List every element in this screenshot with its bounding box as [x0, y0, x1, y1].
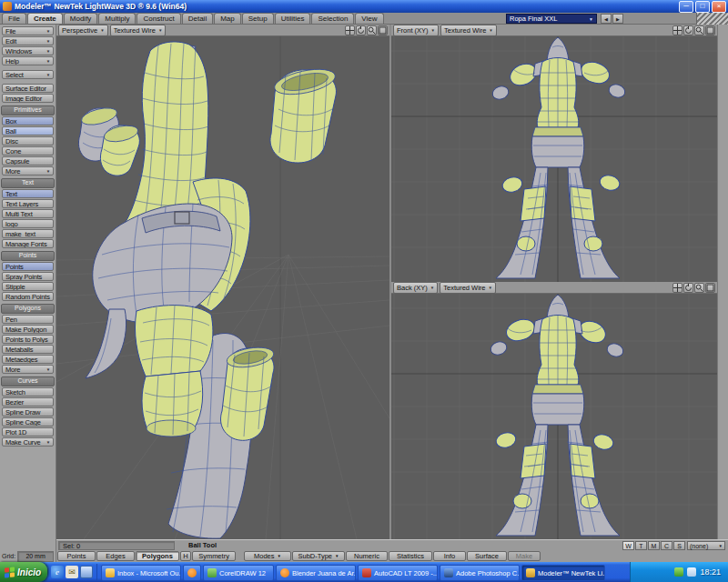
view-type-dropdown[interactable]: Back (XY)▼ [393, 282, 438, 294]
sidebar-item-make-curve[interactable]: Make Curve▼ [2, 437, 54, 447]
sidebar-item-stipple[interactable]: Stipple [2, 282, 54, 291]
sidebar-item-spline-cage[interactable]: Spline Cage [2, 417, 54, 426]
vmap-weight-button[interactable]: W [622, 541, 634, 550]
volume-icon[interactable] [687, 567, 696, 577]
vmap-texture-button[interactable]: T [635, 541, 647, 550]
sidebar-item-capsule[interactable]: Capsule [2, 156, 54, 166]
task-blender[interactable] [183, 565, 201, 581]
mode-points-button[interactable]: Points [57, 551, 96, 561]
sidebar-item-make-text[interactable]: make_text [2, 229, 54, 238]
content-preset-selector[interactable]: Ropa Final XXL ▼ [506, 14, 597, 24]
back-viewport-canvas[interactable] [391, 294, 717, 539]
rotate-icon[interactable] [683, 283, 693, 293]
sidebar-menu-help[interactable]: Help▼ [2, 56, 54, 65]
view-type-dropdown[interactable]: Perspective▼ [58, 25, 108, 36]
sidebar-item-metaballs[interactable]: Metaballs [2, 345, 54, 354]
tab-setup[interactable]: Setup [242, 13, 274, 24]
tab-file[interactable]: File [2, 13, 26, 24]
task-photoshop[interactable]: Adobe Photoshop C... [440, 565, 520, 581]
sidebar-item-bezier[interactable]: Bezier [2, 397, 54, 406]
next-preset-button[interactable]: ▶ [612, 14, 623, 24]
zoom-icon[interactable] [367, 25, 377, 35]
sidebar-menu-edit[interactable]: Edit▼ [2, 36, 54, 45]
task-autocad[interactable]: AutoCAD LT 2009 -... [358, 565, 438, 581]
minimize-button[interactable]: ─ [679, 1, 693, 13]
sidebar-item-text-layers[interactable]: Text Layers [2, 199, 54, 208]
surface-editor-button[interactable]: Surface Editor [2, 84, 54, 93]
vmap-morph-button[interactable]: M [648, 541, 660, 550]
shading-mode-dropdown[interactable]: Textured Wire▼ [110, 25, 167, 36]
shield-icon[interactable] [674, 567, 683, 577]
tab-utilities[interactable]: Utilities [275, 13, 311, 24]
tab-map[interactable]: Map [214, 13, 241, 24]
vmap-color-button[interactable]: C [661, 541, 672, 550]
tab-modify[interactable]: Modify [64, 13, 98, 24]
zoom-icon[interactable] [694, 25, 704, 35]
close-button[interactable]: × [712, 1, 726, 13]
shading-mode-dropdown[interactable]: Textured Wire▼ [440, 282, 496, 294]
sidebar-item-make-polygon[interactable]: Make Polygon [2, 325, 54, 334]
sidebar-item-ball[interactable]: Ball [2, 126, 54, 135]
rotate-icon[interactable] [356, 25, 366, 35]
modes-dropdown[interactable]: Modes▼ [244, 551, 291, 561]
zoom-icon[interactable] [694, 283, 704, 293]
maximize-viewport-icon[interactable] [378, 25, 388, 35]
sidebar-item-spray-points[interactable]: Spray Points [2, 272, 54, 281]
mode-edges-button[interactable]: Edges [96, 551, 135, 561]
sidebar-item-more-primitives[interactable]: More▼ [2, 166, 54, 176]
statistics-button[interactable]: Statistics [389, 551, 432, 561]
tab-construct[interactable]: Construct [136, 13, 180, 24]
maximize-button[interactable]: □ [695, 1, 710, 13]
image-editor-button[interactable]: Image Editor [2, 94, 54, 103]
view-type-dropdown[interactable]: Front (XY)▼ [393, 25, 439, 36]
sidebar-item-sketch[interactable]: Sketch [2, 387, 54, 396]
vmap-selector[interactable]: (none)▼ [687, 541, 725, 550]
pan-icon[interactable] [345, 25, 355, 35]
tab-detail[interactable]: Detail [182, 13, 213, 24]
tab-view[interactable]: View [355, 13, 383, 24]
subd-type-dropdown[interactable]: SubD-Type▼ [292, 551, 345, 561]
symmetry-button[interactable]: Symmetry [192, 551, 236, 561]
tab-selection[interactable]: Selection [311, 13, 354, 24]
pan-icon[interactable] [672, 25, 682, 35]
prev-preset-button[interactable]: ◀ [601, 14, 612, 24]
viewport-divider[interactable] [389, 25, 391, 539]
sidebar-item-points[interactable]: Points [2, 262, 54, 271]
sidebar-item-box[interactable]: Box [2, 116, 54, 125]
info-button[interactable]: Info [433, 551, 466, 561]
sidebar-item-pen[interactable]: Pen [2, 315, 54, 324]
start-button[interactable]: Inicio [0, 562, 47, 582]
sidebar-menu-select[interactable]: Select▼ [2, 70, 54, 79]
task-blender-juana[interactable]: Blender Juana de Ar... [276, 565, 356, 581]
sidebar-item-logo[interactable]: logo [2, 219, 54, 228]
task-coreldraw[interactable]: CorelDRAW 12 [203, 565, 274, 581]
sidebar-item-metaedges[interactable]: Metaedges [2, 355, 54, 364]
sidebar-item-random-points[interactable]: Random Points [2, 292, 54, 301]
shading-mode-dropdown[interactable]: Textured Wire▼ [440, 25, 497, 36]
task-modeler-active[interactable]: Modeler™ NewTek Li... [521, 565, 605, 581]
sidebar-item-cone[interactable]: Cone [2, 146, 54, 156]
task-outlook-inbox[interactable]: Inbox - Microsoft Ou... [101, 565, 181, 581]
mode-polygons-button[interactable]: Polygons [136, 551, 179, 561]
sidebar-menu-file[interactable]: File▼ [2, 26, 54, 35]
sidebar-item-points-to-polys[interactable]: Points to Polys [2, 335, 54, 344]
sidebar-item-spline-draw[interactable]: Spline Draw [2, 407, 54, 416]
vmap-selection-button[interactable]: S [673, 541, 685, 550]
pan-icon[interactable] [672, 283, 682, 293]
show-desktop-icon[interactable] [80, 566, 93, 578]
surface-button[interactable]: Surface [467, 551, 507, 561]
tab-create[interactable]: Create [27, 13, 63, 24]
front-viewport-canvas[interactable] [391, 36, 717, 282]
maximize-viewport-icon[interactable] [705, 283, 715, 293]
sidebar-item-more-polygons[interactable]: More▼ [2, 365, 54, 374]
perspective-viewport-canvas[interactable] [56, 36, 389, 539]
sidebar-item-multi-text[interactable]: Multi Text [2, 209, 54, 218]
mail-icon[interactable]: ✉ [66, 566, 78, 578]
tab-multiply[interactable]: Multiply [98, 13, 136, 24]
sidebar-item-disc[interactable]: Disc [2, 136, 54, 146]
numeric-button[interactable]: Numeric [346, 551, 388, 561]
resize-grip[interactable] [696, 13, 728, 25]
sidebar-item-text[interactable]: Text [2, 189, 54, 198]
sidebar-menu-windows[interactable]: Windows▼ [2, 46, 54, 55]
maximize-viewport-icon[interactable] [705, 25, 715, 35]
